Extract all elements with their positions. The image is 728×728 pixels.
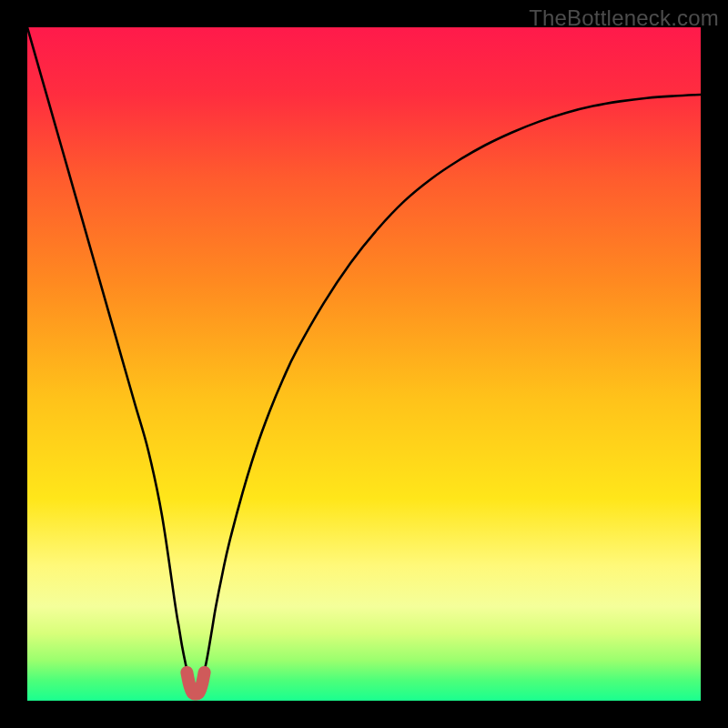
chart-svg (27, 27, 701, 701)
chart-frame: TheBottleneck.com (0, 0, 728, 728)
chart-plot-area (27, 27, 701, 701)
chart-background-gradient (27, 27, 701, 701)
